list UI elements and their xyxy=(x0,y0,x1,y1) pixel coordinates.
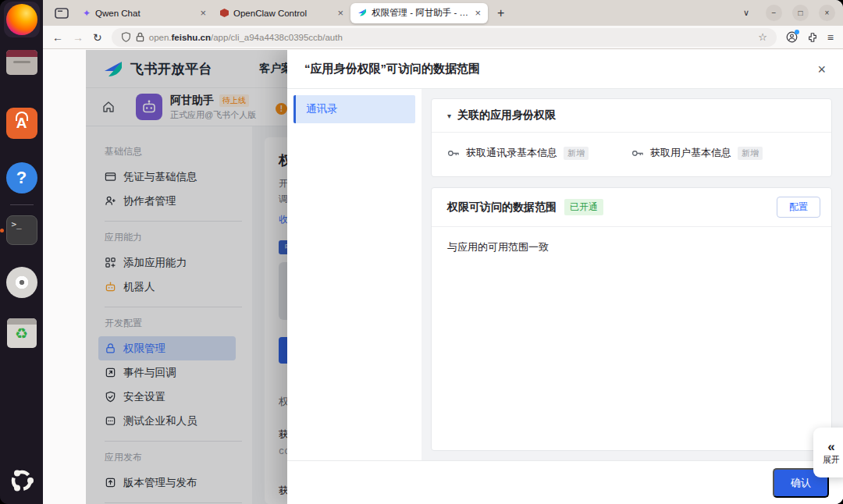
expand-label: 展开 xyxy=(823,454,840,466)
account-notification-dot xyxy=(795,30,799,34)
terminal-icon[interactable]: >_ xyxy=(6,215,37,245)
key-icon xyxy=(447,149,460,158)
reload-button[interactable]: ↻ xyxy=(93,32,102,43)
key-icon xyxy=(631,149,644,158)
new-badge: 新增 xyxy=(564,147,589,160)
ubuntu-logo-icon[interactable] xyxy=(8,467,36,498)
qwen-icon: ✦ xyxy=(83,9,91,18)
data-scope-content: 与应用的可用范围一致 xyxy=(432,227,831,268)
close-icon[interactable]: × xyxy=(817,62,826,76)
url-path: /app/cli_a94a4438c0395ccb/auth xyxy=(211,33,343,42)
feishu-favicon xyxy=(357,8,367,19)
page-content: 飞书开放平台 客户案例 应用中心 阿甘助手 待上线 xyxy=(86,50,843,504)
browser-toolbar: ← → ↻ open.feishu.cn/app/cli_a94a4438c03… xyxy=(43,26,843,49)
tab-openclaw-control[interactable]: OpenClaw Control × xyxy=(213,3,350,23)
screen: A ? >_ ♻ ✦ Qwen Chat × OpenClaw Control … xyxy=(0,0,843,504)
new-tab-button[interactable]: + xyxy=(497,6,504,20)
close-window-button[interactable]: × xyxy=(819,5,835,21)
modal-nav-item-contacts[interactable]: 通讯录 xyxy=(293,95,415,123)
modal-content: ▾ 关联的应用身份权限 获取通讯录基本信息 新增 xyxy=(422,89,843,460)
tab-close-icon[interactable]: × xyxy=(337,8,343,18)
status-badge-enabled: 已开通 xyxy=(564,199,603,215)
window-controls: ∨ − □ × xyxy=(743,5,835,21)
tab-title: 权限管理 - 阿甘助手 - 开发 xyxy=(372,7,470,19)
caret-down-icon: ▾ xyxy=(447,112,451,120)
related-permissions-header[interactable]: ▾ 关联的应用身份权限 xyxy=(432,99,831,133)
url-bar[interactable]: open.feishu.cn/app/cli_a94a4438c0395ccb/… xyxy=(112,28,777,47)
minimize-button[interactable]: − xyxy=(766,5,782,21)
url-prefix: open. xyxy=(149,33,172,42)
trash-icon[interactable]: ♻ xyxy=(7,318,37,348)
modal-header: “应用身份权限”可访问的数据范围 × xyxy=(287,50,843,89)
data-scope-title: 权限可访问的数据范围 xyxy=(447,201,557,215)
expand-panel-button[interactable]: « 展开 xyxy=(813,428,843,477)
browser-window: ✦ Qwen Chat × OpenClaw Control × 权限管理 - … xyxy=(43,0,843,504)
modal-nav: 通讯录 xyxy=(287,89,422,460)
tab-bar: ✦ Qwen Chat × OpenClaw Control × 权限管理 - … xyxy=(43,0,843,26)
tab-qwen-chat[interactable]: ✦ Qwen Chat × xyxy=(76,3,213,23)
ubuntu-software-icon[interactable]: A xyxy=(6,108,37,139)
bookmark-star-icon[interactable]: ☆ xyxy=(758,31,767,43)
permission-items-row: 获取通讯录基本信息 新增 获取用户基本信息 新增 xyxy=(432,133,831,176)
configure-button[interactable]: 配置 xyxy=(777,197,820,218)
modal-footer: 确认 xyxy=(287,460,843,504)
related-permissions-title: 关联的应用身份权限 xyxy=(457,108,556,122)
modal-title: “应用身份权限”可访问的数据范围 xyxy=(304,62,480,76)
tracking-shield-icon[interactable] xyxy=(121,32,131,42)
help-icon[interactable]: ? xyxy=(6,162,37,193)
running-indicator xyxy=(0,229,4,232)
modal-body: 通讯录 ▾ 关联的应用身份权限 获取通讯录基本信息 xyxy=(287,89,843,460)
maximize-button[interactable]: □ xyxy=(792,5,809,21)
back-button[interactable]: ← xyxy=(52,32,63,43)
url-domain: feishu.cn xyxy=(172,33,211,42)
lock-icon[interactable] xyxy=(136,32,144,42)
files-icon[interactable] xyxy=(6,50,37,75)
forward-button[interactable]: → xyxy=(73,32,84,43)
menu-icon[interactable]: ≡ xyxy=(827,32,834,43)
account-icon[interactable] xyxy=(786,31,798,43)
data-scope-header: 权限可访问的数据范围 已开通 配置 xyxy=(432,188,831,227)
double-chevron-left-icon: « xyxy=(827,440,834,453)
extensions-icon[interactable] xyxy=(807,32,818,43)
new-badge: 新增 xyxy=(738,147,763,160)
list-tabs-icon[interactable]: ∨ xyxy=(743,8,749,18)
permission-label: 获取用户基本信息 xyxy=(650,146,731,160)
data-scope-modal: “应用身份权限”可访问的数据范围 × 通讯录 ▾ 关联的应用身份权限 xyxy=(287,50,843,504)
tab-permission-management[interactable]: 权限管理 - 阿甘助手 - 开发 × xyxy=(350,3,488,23)
tab-title: OpenClaw Control xyxy=(233,9,333,18)
tab-close-icon[interactable]: × xyxy=(475,8,481,18)
url-text: open.feishu.cn/app/cli_a94a4438c0395ccb/… xyxy=(149,33,343,42)
tab-title: Qwen Chat xyxy=(95,9,195,18)
data-scope-card: 权限可访问的数据范围 已开通 配置 与应用的可用范围一致 xyxy=(431,187,832,451)
disc-icon[interactable] xyxy=(6,267,37,298)
permission-item: 获取用户基本信息 新增 xyxy=(631,146,816,160)
openclaw-icon xyxy=(220,9,229,17)
firefox-view-icon[interactable] xyxy=(55,8,69,19)
permission-item: 获取通讯录基本信息 新增 xyxy=(447,146,631,160)
firefox-icon[interactable] xyxy=(4,2,40,37)
permission-label: 获取通讯录基本信息 xyxy=(466,146,557,160)
related-permissions-card: ▾ 关联的应用身份权限 获取通讯录基本信息 新增 xyxy=(431,98,832,177)
tab-close-icon[interactable]: × xyxy=(200,8,206,18)
dock-divider xyxy=(10,204,34,205)
ubuntu-dock: A ? >_ ♻ xyxy=(0,0,43,504)
